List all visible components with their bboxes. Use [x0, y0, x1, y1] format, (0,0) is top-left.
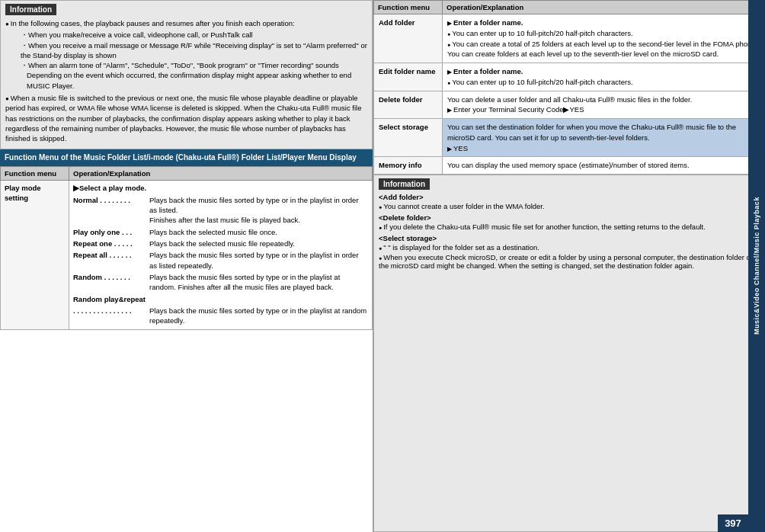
play-label-repeatall: Repeat all . . . . . . [73, 250, 149, 271]
right-info-box: Information <Add folder> You cannot crea… [373, 175, 765, 532]
memory-info-line1: You can display the used memory space (e… [447, 160, 760, 171]
table-row: Memory info You can display the used mem… [374, 157, 765, 175]
play-desc-random: Plays back the music files sorted by typ… [149, 272, 368, 293]
info-add-folder-heading: <Add folder> [379, 193, 760, 201]
info-subitem-3: ・When an alarm tone of "Alarm", "Schedul… [16, 60, 367, 70]
info-box-header: Information [5, 4, 56, 15]
edit-folder-line1: Enter a folder name. [447, 66, 760, 77]
play-mode-randomrepeat-row: . . . . . . . . . . . . . . . Plays back… [73, 306, 368, 326]
delete-folder-name: Delete folder [374, 91, 443, 119]
edit-folder-content: Enter a folder name. You can enter up to… [443, 63, 765, 91]
info-add-folder-item1: You cannot create a user folder in the W… [379, 202, 760, 210]
play-mode-playonce: Play only one . . . Plays back the selec… [73, 227, 368, 237]
add-folder-line3: You can create a total of 25 folders at … [447, 39, 760, 60]
play-mode-repeatone: Repeat one . . . . . Plays back the sele… [73, 239, 368, 248]
play-label-normal: Normal . . . . . . . . [73, 195, 149, 226]
table-row: Play mode setting ▶Select a play mode. N… [1, 180, 373, 330]
page-number: 397 [718, 514, 748, 532]
memory-info-content: You can display the used memory space (e… [443, 157, 765, 175]
add-folder-line1: Enter a folder name. [447, 18, 760, 28]
play-desc-playonce: Plays back the selected music file once. [149, 227, 277, 237]
edit-folder-line2: You can enter up to 10 full-pitch/20 hal… [447, 77, 760, 88]
play-mode-func-name: Play mode setting [1, 180, 69, 330]
func-menu-heading: Function Menu of the Music Folder List/i… [0, 149, 373, 166]
info-select-storage-item2: When you execute Check microSD, or creat… [379, 253, 760, 270]
play-mode-content: ▶Select a play mode. Normal . . . . . . … [69, 180, 373, 330]
info-delete-folder-item1: If you delete the Chaku-uta Full® music … [379, 223, 760, 231]
info-item-1: In the following cases, the playback pau… [5, 18, 367, 28]
left-info-box: Information In the following cases, the … [0, 0, 373, 149]
left-panel: Information In the following cases, the … [0, 0, 373, 532]
play-mode-main: ▶Select a play mode. [73, 183, 368, 193]
table-row: Edit folder name Enter a folder name. Yo… [374, 63, 765, 91]
r-col-header-func: Function menu [374, 1, 443, 14]
info-delete-folder-heading: <Delete folder> [379, 213, 760, 222]
play-mode-random: Random . . . . . . . Plays back the musi… [73, 272, 368, 293]
add-folder-content: Enter a folder name. You can enter up to… [443, 14, 765, 63]
play-label-randomrepeat: Random play&repeat [73, 294, 368, 304]
r-col-header-op: Operation/Explanation [443, 1, 765, 14]
play-label-random: Random . . . . . . . [73, 272, 149, 293]
select-storage-line1: You can set the destination folder for w… [447, 122, 760, 143]
edit-folder-name: Edit folder name [374, 63, 443, 91]
play-desc-normal: Plays back the music files sorted by typ… [149, 195, 368, 226]
col-header-op: Operation/Explanation [69, 166, 373, 180]
info-select-storage-heading: <Select storage> [379, 234, 760, 242]
table-row: Select storage You can set the destinati… [374, 119, 765, 157]
play-desc-repeatone: Plays back the selected music file repea… [149, 239, 295, 248]
side-label: Music&Video Channel/Music Playback [748, 0, 765, 532]
delete-folder-line2: Enter your Terminal Security Code▶YES [447, 104, 760, 115]
play-desc-randomrepeat: Plays back the music files sorted by typ… [149, 306, 368, 326]
select-storage-line2: YES [447, 143, 760, 154]
col-header-func: Function menu [1, 166, 69, 180]
table-row: Delete folder You can delete a user fold… [374, 91, 765, 119]
info-sublist: ・When you make/receive a voice call, vid… [16, 30, 367, 91]
add-folder-line2: You can enter up to 10 full-pitch/20 hal… [447, 28, 760, 39]
memory-info-name: Memory info [374, 157, 443, 175]
play-label-dots: . . . . . . . . . . . . . . . [73, 306, 149, 326]
play-label-playonce: Play only one . . . [73, 227, 149, 237]
right-func-table: Function menu Operation/Explanation Add … [373, 0, 765, 175]
play-mode-repeatall: Repeat all . . . . . . Plays back the mu… [73, 250, 368, 271]
right-panel: Function menu Operation/Explanation Add … [373, 0, 765, 532]
right-info-header: Information [379, 178, 430, 190]
select-storage-name: Select storage [374, 119, 443, 157]
table-row: Add folder Enter a folder name. You can … [374, 14, 765, 63]
add-folder-name: Add folder [374, 14, 443, 63]
info-select-storage-item1: " " is displayed for the folder set as a… [379, 243, 760, 252]
play-label-repeatone: Repeat one . . . . . [73, 239, 149, 248]
func-table: Function menu Operation/Explanation Play… [0, 166, 373, 331]
play-desc-repeatall: Plays back the music files sorted by typ… [149, 250, 368, 271]
play-mode-normal: Normal . . . . . . . . Plays back the mu… [73, 195, 368, 226]
info-subitem-4: Depending on the event which occurred, t… [22, 70, 367, 91]
select-storage-content: You can set the destination folder for w… [443, 119, 765, 157]
info-subitem-1: ・When you make/receive a voice call, vid… [16, 30, 367, 40]
delete-folder-line1: You can delete a user folder and all Cha… [447, 95, 760, 105]
delete-folder-content: You can delete a user folder and all Cha… [443, 91, 765, 119]
info-item-2: When a music file is switched to the pre… [5, 93, 367, 143]
info-subitem-2: ・When you receive a mail message or Mess… [16, 40, 367, 61]
